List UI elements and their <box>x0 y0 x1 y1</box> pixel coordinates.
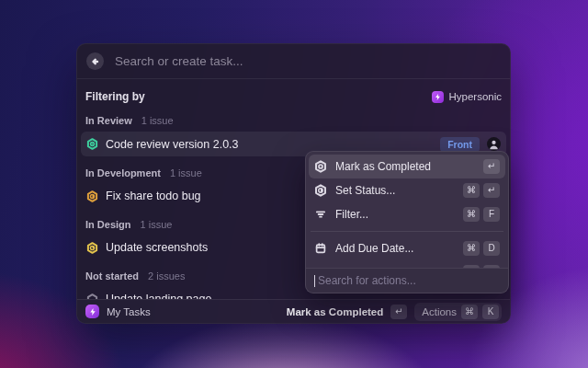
menu-item-label: Set Status... <box>335 184 455 197</box>
status-in-design-icon <box>86 242 98 254</box>
footer-bar: My Tasks Mark as Completed ↵ Actions ⌘ K <box>77 299 510 323</box>
section-name: In Review <box>85 115 132 126</box>
menu-item-filter[interactable]: Filter... ⌘ F <box>309 202 505 226</box>
keycap-return: ↵ <box>390 305 407 319</box>
actions-search-input[interactable] <box>316 273 500 288</box>
workspace-badge[interactable]: Hypersonic <box>432 91 502 103</box>
section-name: In Development <box>85 167 161 178</box>
filter-row: Filtering by Hypersonic <box>85 89 502 104</box>
keycap-command: ⌘ <box>461 305 478 319</box>
task-app-window: Filtering by Hypersonic In Review 1 issu… <box>76 43 511 324</box>
keycap-f: F <box>483 207 500 222</box>
status-in-review-icon <box>86 138 98 150</box>
menu-item-label: Filter... <box>335 208 455 221</box>
menu-divider <box>311 231 503 232</box>
context-menu: Mark as Completed ↵ Set Status... ⌘ ↵ <box>305 151 509 293</box>
keycap-command: ⌘ <box>463 207 480 222</box>
section-count: 2 issues <box>148 270 185 282</box>
my-tasks-lightning-bolt-icon <box>85 305 99 318</box>
status-icon <box>314 184 327 197</box>
front-tag-badge[interactable]: Front <box>440 137 480 152</box>
actions-menu-button[interactable]: Actions ⌘ K <box>414 303 502 321</box>
status-in-development-icon <box>86 190 98 202</box>
task-title: Code review version 2.0.3 <box>106 138 433 151</box>
context-menu-list: Mark as Completed ↵ Set Status... ⌘ ↵ <box>306 152 508 268</box>
assignee-avatar[interactable] <box>487 137 501 151</box>
section-header-in-review: In Review 1 issue <box>85 115 502 127</box>
keycap-d: D <box>483 241 500 256</box>
calendar-icon <box>314 242 327 255</box>
keycap-command: ⌘ <box>463 241 480 256</box>
back-button[interactable] <box>86 52 104 70</box>
menu-item-mark-as-completed[interactable]: Mark as Completed ↵ <box>309 155 505 178</box>
workspace-name: Hypersonic <box>448 91 502 102</box>
actions-label: Actions <box>422 306 457 317</box>
desktop-background: Filtering by Hypersonic In Review 1 issu… <box>0 0 588 368</box>
keycap-command: ⌘ <box>463 183 480 198</box>
section-name: Not started <box>85 270 139 282</box>
lightning-bolt-icon <box>432 91 444 103</box>
menu-item-label: Mark as Completed <box>335 160 475 173</box>
actions-search-bar <box>306 268 508 293</box>
footer-primary-action[interactable]: Mark as Completed <box>287 306 383 317</box>
filter-icon <box>314 208 327 221</box>
text-cursor <box>314 275 315 287</box>
search-header <box>77 44 510 79</box>
footer-workspace-label: My Tasks <box>107 306 279 317</box>
menu-item-set-status[interactable]: Set Status... ⌘ ↵ <box>309 178 505 202</box>
completed-icon <box>314 160 327 173</box>
task-search-input[interactable] <box>113 53 501 69</box>
section-count: 1 issue <box>141 115 174 126</box>
filtering-by-label: Filtering by <box>85 90 145 103</box>
menu-item-label: Add Due Date... <box>335 242 455 255</box>
menu-item-add-label[interactable]: Add Label... ⌘ L <box>309 260 505 268</box>
section-name: In Design <box>85 219 131 230</box>
section-count: 1 issue <box>141 219 173 230</box>
task-title: Update landing page <box>106 293 501 299</box>
section-count: 1 issue <box>170 167 202 178</box>
keycap-return: ↵ <box>483 159 500 174</box>
keycap-return: ↵ <box>483 183 500 198</box>
menu-item-add-due-date[interactable]: Add Due Date... ⌘ D <box>309 236 505 260</box>
arrow-left-icon <box>90 56 101 67</box>
keycap-k: K <box>482 305 499 319</box>
